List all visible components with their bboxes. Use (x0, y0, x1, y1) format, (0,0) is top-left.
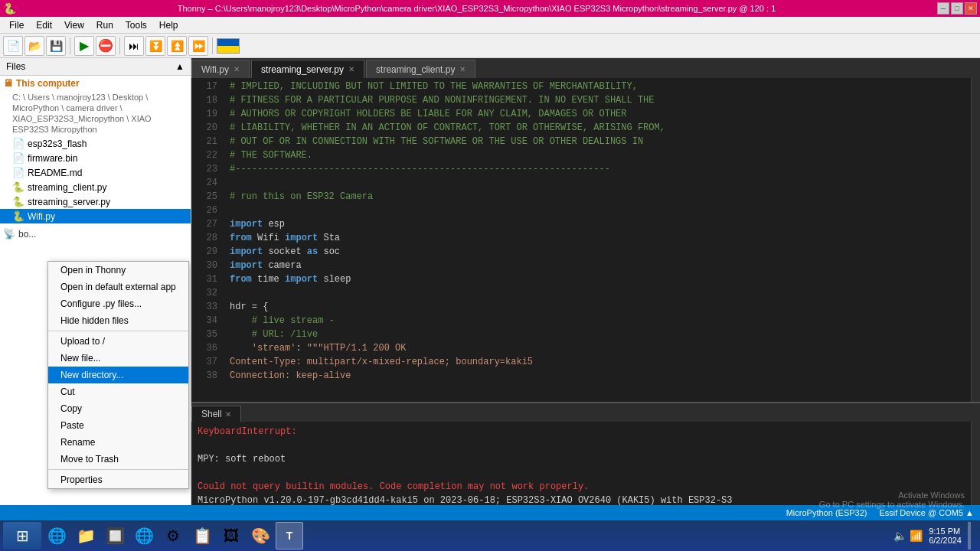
ctx-new-directory[interactable]: New directory... (48, 367, 188, 383)
step-into-button[interactable]: ⏬ (145, 36, 165, 56)
taskbar-metro-icon[interactable]: 🔲 (101, 522, 129, 549)
run-button[interactable]: ▶ (74, 36, 94, 56)
shell-tab[interactable]: Shell ✕ (191, 406, 241, 422)
tab-label-server: streaming_server.py (261, 64, 344, 75)
tab-wifi-py[interactable]: Wifi.py ✕ (191, 60, 250, 78)
ctx-upload[interactable]: Upload to / (48, 333, 188, 350)
shell-tabs: Shell ✕ (191, 403, 980, 422)
taskbar-show-desktop[interactable] (968, 522, 971, 549)
ctx-hide-hidden[interactable]: Hide hidden files (48, 312, 188, 329)
stop-button[interactable]: ⛔ (96, 36, 116, 56)
main-content: Files ▲ 🖥 This computer C: \ Users \ man… (0, 58, 980, 520)
app-icon: 🐍 (3, 2, 16, 15)
file-streaming-server[interactable]: 🐍 streaming_server.py (0, 194, 191, 209)
file-icon-3: 📄 (12, 167, 24, 178)
file-readme-md[interactable]: 📄 README.md (0, 165, 191, 180)
ctx-sep-2 (48, 469, 188, 470)
tab-streaming-client[interactable]: streaming_client.py ✕ (366, 60, 475, 78)
tab-close-server[interactable]: ✕ (348, 65, 354, 73)
context-menu: Open in Thonny Open in default external … (47, 261, 189, 489)
menu-help[interactable]: Help (153, 18, 185, 32)
tab-label-wifi: Wifi.py (201, 64, 229, 75)
taskbar-settings-icon[interactable]: ⚙ (159, 522, 187, 549)
path-breadcrumb: C: \ Users \ manojroy123 \ Desktop \ Mic… (0, 90, 191, 136)
step-over-button[interactable]: ⏭ (124, 36, 144, 56)
taskbar: ⊞ 🌐 📁 🔲 🌐 ⚙ 📋 🖼 🎨 T 🔈 📶 9:15 PM 6/2/2024 (0, 520, 980, 551)
ctx-cut[interactable]: Cut (48, 383, 188, 400)
ctx-copy[interactable]: Copy (48, 400, 188, 417)
shell-tab-close[interactable]: ✕ (225, 410, 231, 419)
microcontroller-icon: 📡 (3, 228, 15, 240)
resume-button[interactable]: ⏩ (188, 36, 208, 56)
bottom-item[interactable]: 📡 bo... (0, 227, 191, 241)
this-computer-item[interactable]: 🖥 This computer (0, 76, 191, 90)
file-streaming-client[interactable]: 🐍 streaming_client.py (0, 180, 191, 194)
file-firmware-bin[interactable]: 📄 firmware.bin (0, 151, 191, 165)
start-button[interactable]: ⊞ (3, 522, 41, 549)
open-button[interactable]: 📂 (24, 36, 44, 56)
shell-line-2: MPY: soft reboot (198, 454, 286, 465)
files-label: Files (6, 61, 25, 72)
minimize-button[interactable]: ─ (937, 2, 949, 15)
toolbar: 📄 📂 💾 ▶ ⛔ ⏭ ⏬ ⏫ ⏩ (0, 34, 980, 58)
taskbar-right: 🔈 📶 9:15 PM 6/2/2024 (893, 522, 977, 549)
ctx-configure-py[interactable]: Configure .py files... (48, 295, 188, 312)
file-icon-6: 🐍 (12, 210, 24, 222)
taskbar-explorer-icon[interactable]: 📁 (72, 522, 100, 549)
maximize-button[interactable]: □ (951, 2, 963, 15)
files-collapse-icon[interactable]: ▲ (175, 61, 185, 72)
ctx-new-file[interactable]: New file... (48, 350, 188, 367)
file-name-4: streaming_client.py (28, 182, 106, 193)
taskbar-clock: 9:15 PM 6/2/2024 (929, 527, 962, 545)
taskbar-paint-icon[interactable]: 🎨 (247, 522, 274, 549)
tab-streaming-server[interactable]: streaming_server.py ✕ (251, 60, 364, 78)
ctx-open-external[interactable]: Open in default external app (48, 279, 188, 295)
title-bar-controls: ─ □ ✕ (937, 2, 977, 15)
code-content[interactable]: # IMPLIED, INCLUDING BUT NOT LIMITED TO … (224, 78, 971, 402)
menu-edit[interactable]: Edit (30, 18, 58, 32)
bottom-item-label: bo... (18, 229, 36, 240)
taskbar-time: 9:15 PM (929, 527, 962, 536)
ctx-move-trash[interactable]: Move to Trash (48, 451, 188, 468)
shell-panel: Shell ✕ KeyboardInterrupt: MPY: soft reb… (191, 402, 980, 520)
tab-close-wifi[interactable]: ✕ (234, 65, 240, 73)
files-panel: Files ▲ 🖥 This computer C: \ Users \ man… (0, 58, 191, 520)
editor-tabs: Wifi.py ✕ streaming_server.py ✕ streamin… (191, 58, 980, 78)
taskbar-tray-icons: 🔈 📶 (893, 530, 923, 542)
this-computer-label: This computer (16, 78, 80, 89)
new-file-button[interactable]: 📄 (3, 36, 23, 56)
breadcrumb-text: C: \ Users \ manojroy123 \ Desktop \ Mic… (12, 92, 188, 135)
ctx-properties[interactable]: Properties (48, 471, 188, 488)
ctx-sep-1 (48, 331, 188, 331)
step-out-button[interactable]: ⏫ (167, 36, 187, 56)
file-esp32s3-flash[interactable]: 📄 esp32s3_flash (0, 136, 191, 151)
file-wifi-py[interactable]: 🐍 Wifi.py (0, 209, 191, 223)
taskbar-thonny-icon[interactable]: T (276, 522, 303, 549)
taskbar-ie-icon[interactable]: 🌐 (43, 522, 70, 549)
menu-run[interactable]: Run (90, 18, 119, 32)
computer-icon: 🖥 (3, 77, 13, 89)
menu-view[interactable]: View (58, 18, 90, 32)
status-device: Essif Device @ COM5 ▲ (879, 508, 974, 517)
files-header: Files ▲ (0, 58, 191, 76)
ctx-rename[interactable]: Rename (48, 434, 188, 451)
close-button[interactable]: ✕ (965, 2, 977, 15)
menu-tools[interactable]: Tools (119, 18, 153, 32)
taskbar-chrome-icon[interactable]: 🌐 (130, 522, 158, 549)
save-button[interactable]: 💾 (46, 36, 66, 56)
title-bar-left: 🐍 (3, 2, 16, 15)
ctx-open-thonny[interactable]: Open in Thonny (48, 262, 188, 279)
file-name-6: Wifi.py (28, 211, 55, 222)
tab-close-client[interactable]: ✕ (459, 65, 466, 73)
file-name-3: README.md (28, 168, 82, 178)
editor-area: Wifi.py ✕ streaming_server.py ✕ streamin… (191, 58, 980, 520)
editor-scrollbar[interactable] (971, 78, 980, 402)
line-numbers: 1718192021 2223242526 2728293031 3233343… (191, 78, 224, 402)
file-icon-2: 📄 (12, 152, 24, 164)
ctx-paste[interactable]: Paste (48, 417, 188, 434)
toolbar-sep-2 (119, 37, 120, 54)
file-icon-1: 📄 (12, 138, 24, 149)
menu-file[interactable]: File (3, 18, 30, 32)
taskbar-photos-icon[interactable]: 🖼 (217, 522, 245, 549)
taskbar-notes-icon[interactable]: 📋 (188, 522, 216, 549)
